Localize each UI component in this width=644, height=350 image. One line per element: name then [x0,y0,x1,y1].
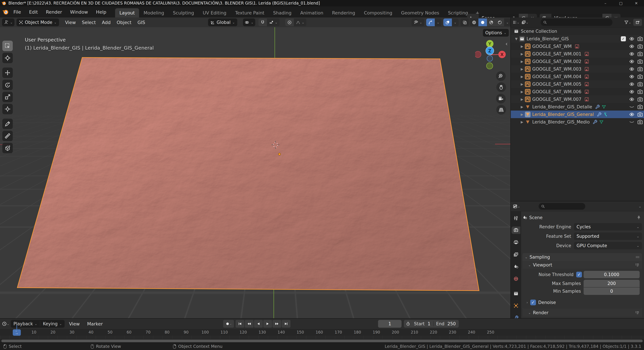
disclosure-triangle-icon[interactable]: ▶ [519,75,525,79]
disclosure-triangle-icon[interactable]: ▶ [519,82,525,86]
camera-icon[interactable] [638,74,643,79]
tool-rotate[interactable] [2,80,13,90]
navigation-gizmo[interactable]: Y X Z [475,39,507,73]
menu-window[interactable]: Window [66,10,92,15]
outliner-search-input[interactable] [541,19,612,26]
camera-icon[interactable] [638,67,643,72]
outliner-row-image[interactable]: ▶GOOGLE_SAT_WM.004 [511,73,644,80]
camera-icon[interactable] [638,119,643,124]
tab-view-layer[interactable] [512,251,520,258]
tab-object[interactable] [512,302,520,309]
maximize-button[interactable]: ▢ [613,0,628,7]
menu-edit[interactable]: Edit [25,10,42,15]
pin-icon[interactable] [636,215,641,220]
proportional-edit-toggle[interactable] [285,19,294,26]
render-subpanel-header[interactable]: ⌄Render [522,309,642,316]
gizmos-dropdown[interactable]: ⌄ [435,19,442,26]
disclosure-triangle-icon[interactable]: › [526,301,528,304]
camera-icon[interactable] [638,51,643,57]
overlays-toggle[interactable] [443,19,452,26]
timeline-ruler[interactable]: 1020304050607080901001101201301401501601… [0,329,644,336]
camera-view-button[interactable] [496,94,506,103]
eye-icon[interactable] [629,59,634,64]
editor-type-button[interactable]: ⌄ [512,20,520,25]
eye-icon[interactable] [629,74,634,79]
proportional-falloff-dropdown[interactable]: ⌄ [294,19,306,26]
tab-collection[interactable] [512,290,520,297]
eye-closed-icon[interactable] [629,119,634,124]
new-collection-button[interactable] [633,19,642,26]
disclosure-triangle-icon[interactable]: ▶ [519,67,525,71]
playback-menu[interactable]: Playback⌄ [11,321,40,326]
presets-icon[interactable] [635,263,640,267]
menu-render[interactable]: Render [42,10,66,15]
tab-render[interactable] [512,227,520,234]
noise-threshold-field[interactable]: 0.1000 [584,271,640,278]
outliner-row-mesh-general[interactable]: ▶ Lerida_Blender_GIS_General [511,111,644,118]
tab-compositing[interactable]: Compositing [360,8,397,18]
tool-move[interactable] [2,68,13,78]
tool-add-cube[interactable] [2,143,13,153]
viewport-menu-add[interactable]: Add [99,20,114,25]
menu-file[interactable]: File [10,10,25,15]
eye-icon[interactable] [629,97,634,102]
zoom-button[interactable] [496,71,506,81]
feature-set-select[interactable]: Supported⌄ [574,233,642,240]
viewport-canvas[interactable]: User Perspective (1) Lerida_Blender_GIS … [0,27,510,318]
tool-annotate[interactable] [2,119,13,129]
gizmo-axis-neg-z[interactable] [487,56,493,61]
timeline-keyframe-strip[interactable] [0,336,644,339]
disclosure-triangle-icon[interactable]: ▶ [519,120,525,124]
tab-shading[interactable]: Shading [269,8,296,18]
eye-closed-icon[interactable] [629,104,634,109]
device-select[interactable]: GPU Compute⌄ [574,242,642,249]
blender-menu-icon[interactable] [3,9,8,15]
end-frame-field[interactable]: 250 [447,321,459,326]
timeline-scrollbar[interactable] [0,339,644,343]
tab-tool[interactable] [512,214,520,222]
camera-icon[interactable] [638,59,643,64]
eye-icon[interactable] [629,51,634,57]
tab-rendering[interactable]: Rendering [328,8,360,18]
gizmo-axis-neg-x[interactable] [475,51,481,58]
current-frame-field[interactable]: 1 [378,320,402,328]
disclosure-triangle-icon[interactable]: ▶ [519,105,525,109]
tab-animation[interactable]: Animation [296,8,328,18]
disclosure-triangle-icon[interactable]: ▶ [519,112,525,116]
outliner-row-image[interactable]: ▶GOOGLE_SAT_WM.005 [511,80,644,88]
tool-select-box[interactable] [2,41,13,51]
outliner-row-scene-collection[interactable]: Scene Collection [511,27,644,35]
timeline-menu-view[interactable]: View [66,321,83,326]
shading-dropdown[interactable]: ⌄ [504,19,511,26]
start-frame-field[interactable]: 1 [427,321,434,326]
jump-to-start-button[interactable] [236,320,244,328]
tab-scene[interactable] [512,263,520,270]
camera-icon[interactable] [638,44,643,49]
auto-keying-button[interactable]: ⌄ [223,320,234,328]
tab-sculpting[interactable]: Sculpting [168,8,198,18]
keying-menu[interactable]: Keying⌄ [40,321,64,326]
tab-texture-paint[interactable]: Texture Paint [231,8,269,18]
eye-icon[interactable] [629,44,634,49]
tab-world[interactable] [512,275,520,282]
properties-search-input[interactable] [538,203,585,210]
eye-icon[interactable] [629,89,634,94]
disclosure-triangle-icon[interactable]: ▶ [519,60,525,64]
transform-orientation-dropdown[interactable]: Global⌄ [208,19,237,26]
close-button[interactable]: ✕ [628,0,644,7]
eye-icon[interactable] [629,67,634,72]
shading-solid-button[interactable] [478,19,487,26]
timeline-menu-marker[interactable]: Marker [84,321,106,326]
disclosure-triangle-icon[interactable]: ▶ [519,97,525,101]
disclosure-triangle-icon[interactable]: ▶ [519,44,525,48]
render-engine-select[interactable]: Cycles⌄ [574,223,642,231]
object-visibility-dropdown[interactable]: ⌄ [412,19,424,26]
tab-uv-editing[interactable]: UV Editing [198,8,231,18]
camera-icon[interactable] [638,82,643,87]
disclosure-triangle-icon[interactable]: ▼ [514,37,519,41]
xray-toggle[interactable] [460,19,469,26]
camera-icon[interactable] [638,104,643,109]
prev-keyframe-button[interactable] [245,320,254,328]
tab-modeling[interactable]: Modeling [139,8,168,18]
camera-icon[interactable] [638,97,643,102]
